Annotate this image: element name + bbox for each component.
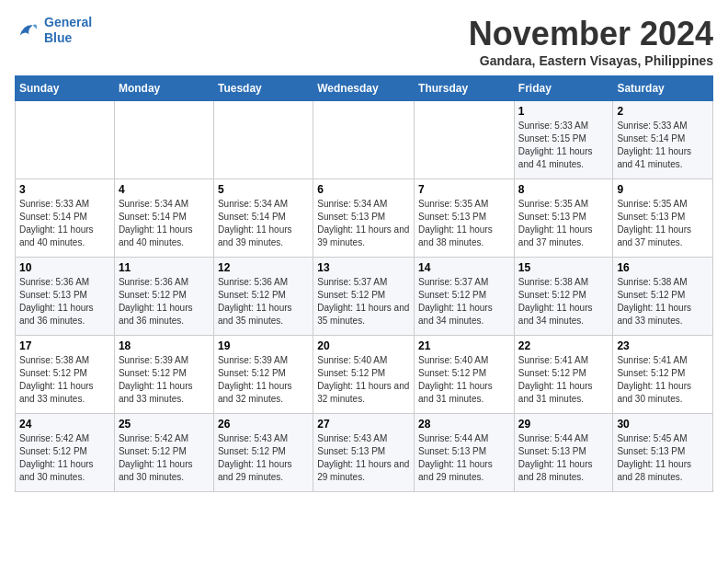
calendar-cell [415, 101, 515, 179]
day-number: 10 [19, 261, 110, 274]
day-detail: Sunrise: 5:33 AM Sunset: 5:15 PM Dayligh… [518, 120, 609, 171]
weekday-header: Monday [114, 76, 213, 101]
calendar-cell: 21Sunrise: 5:40 AM Sunset: 5:12 PM Dayli… [415, 336, 515, 414]
day-number: 6 [317, 183, 410, 196]
day-detail: Sunrise: 5:42 AM Sunset: 5:12 PM Dayligh… [119, 432, 210, 484]
day-detail: Sunrise: 5:43 AM Sunset: 5:12 PM Dayligh… [218, 432, 309, 484]
calendar-cell: 15Sunrise: 5:38 AM Sunset: 5:12 PM Dayli… [514, 258, 613, 336]
day-detail: Sunrise: 5:38 AM Sunset: 5:12 PM Dayligh… [19, 354, 110, 406]
day-number: 23 [617, 339, 709, 352]
day-detail: Sunrise: 5:36 AM Sunset: 5:12 PM Dayligh… [119, 276, 210, 327]
day-number: 17 [19, 339, 110, 352]
calendar-cell: 19Sunrise: 5:39 AM Sunset: 5:12 PM Dayli… [213, 336, 313, 414]
calendar-cell: 9Sunrise: 5:35 AM Sunset: 5:13 PM Daylig… [613, 179, 713, 258]
calendar-cell: 28Sunrise: 5:44 AM Sunset: 5:13 PM Dayli… [415, 414, 515, 492]
calendar-cell [16, 101, 115, 179]
calendar-cell: 7Sunrise: 5:35 AM Sunset: 5:13 PM Daylig… [415, 179, 515, 258]
calendar-cell: 1Sunrise: 5:33 AM Sunset: 5:15 PM Daylig… [514, 101, 613, 179]
calendar-cell [114, 101, 213, 179]
day-detail: Sunrise: 5:43 AM Sunset: 5:13 PM Dayligh… [317, 432, 410, 484]
logo: General Blue [15, 15, 92, 46]
calendar-cell: 18Sunrise: 5:39 AM Sunset: 5:12 PM Dayli… [114, 336, 213, 414]
day-detail: Sunrise: 5:38 AM Sunset: 5:12 PM Dayligh… [617, 276, 709, 327]
calendar-cell: 27Sunrise: 5:43 AM Sunset: 5:13 PM Dayli… [313, 414, 415, 492]
calendar-cell [213, 101, 313, 179]
calendar-cell: 10Sunrise: 5:36 AM Sunset: 5:13 PM Dayli… [16, 258, 115, 336]
day-detail: Sunrise: 5:38 AM Sunset: 5:12 PM Dayligh… [518, 276, 609, 327]
calendar-table: SundayMondayTuesdayWednesdayThursdayFrid… [15, 75, 713, 492]
day-detail: Sunrise: 5:37 AM Sunset: 5:12 PM Dayligh… [418, 276, 510, 327]
day-detail: Sunrise: 5:33 AM Sunset: 5:14 PM Dayligh… [617, 120, 709, 171]
title-block: November 2024 Gandara, Eastern Visayas, … [469, 15, 713, 68]
calendar-body: 1Sunrise: 5:33 AM Sunset: 5:15 PM Daylig… [16, 101, 713, 492]
day-number: 26 [218, 418, 309, 431]
day-detail: Sunrise: 5:39 AM Sunset: 5:12 PM Dayligh… [119, 354, 210, 406]
day-detail: Sunrise: 5:34 AM Sunset: 5:13 PM Dayligh… [317, 198, 410, 249]
day-number: 7 [418, 183, 510, 196]
day-number: 3 [19, 183, 110, 196]
day-number: 9 [617, 183, 709, 196]
day-detail: Sunrise: 5:42 AM Sunset: 5:12 PM Dayligh… [19, 432, 110, 484]
day-detail: Sunrise: 5:44 AM Sunset: 5:13 PM Dayligh… [518, 432, 609, 484]
day-detail: Sunrise: 5:41 AM Sunset: 5:12 PM Dayligh… [518, 354, 609, 406]
day-number: 24 [19, 418, 110, 431]
calendar-cell: 13Sunrise: 5:37 AM Sunset: 5:12 PM Dayli… [313, 258, 415, 336]
day-number: 28 [418, 418, 510, 431]
day-number: 13 [317, 261, 410, 274]
day-detail: Sunrise: 5:34 AM Sunset: 5:14 PM Dayligh… [119, 198, 210, 249]
day-number: 11 [119, 261, 210, 274]
logo-icon [15, 17, 40, 43]
page-header: General Blue November 2024 Gandara, East… [15, 15, 713, 68]
calendar-week-row: 1Sunrise: 5:33 AM Sunset: 5:15 PM Daylig… [16, 101, 713, 179]
calendar-week-row: 3Sunrise: 5:33 AM Sunset: 5:14 PM Daylig… [16, 179, 713, 258]
calendar-header: SundayMondayTuesdayWednesdayThursdayFrid… [16, 76, 713, 101]
day-number: 29 [518, 418, 609, 431]
calendar-cell: 4Sunrise: 5:34 AM Sunset: 5:14 PM Daylig… [114, 179, 213, 258]
day-number: 15 [518, 261, 609, 274]
weekday-header: Wednesday [313, 76, 415, 101]
day-number: 25 [119, 418, 210, 431]
calendar-cell: 12Sunrise: 5:36 AM Sunset: 5:12 PM Dayli… [213, 258, 313, 336]
day-number: 22 [518, 339, 609, 352]
day-detail: Sunrise: 5:37 AM Sunset: 5:12 PM Dayligh… [317, 276, 410, 327]
weekday-header: Friday [514, 76, 613, 101]
calendar-cell: 29Sunrise: 5:44 AM Sunset: 5:13 PM Dayli… [514, 414, 613, 492]
day-number: 12 [218, 261, 309, 274]
day-detail: Sunrise: 5:36 AM Sunset: 5:13 PM Dayligh… [19, 276, 110, 327]
day-detail: Sunrise: 5:35 AM Sunset: 5:13 PM Dayligh… [418, 198, 510, 249]
calendar-cell: 6Sunrise: 5:34 AM Sunset: 5:13 PM Daylig… [313, 179, 415, 258]
day-number: 30 [617, 418, 709, 431]
day-number: 16 [617, 261, 709, 274]
day-detail: Sunrise: 5:35 AM Sunset: 5:13 PM Dayligh… [518, 198, 609, 249]
calendar-cell: 14Sunrise: 5:37 AM Sunset: 5:12 PM Dayli… [415, 258, 515, 336]
weekday-header: Sunday [16, 76, 115, 101]
calendar-cell: 5Sunrise: 5:34 AM Sunset: 5:14 PM Daylig… [213, 179, 313, 258]
day-number: 20 [317, 339, 410, 352]
day-detail: Sunrise: 5:33 AM Sunset: 5:14 PM Dayligh… [19, 198, 110, 249]
day-detail: Sunrise: 5:36 AM Sunset: 5:12 PM Dayligh… [218, 276, 309, 327]
calendar-cell: 3Sunrise: 5:33 AM Sunset: 5:14 PM Daylig… [16, 179, 115, 258]
day-detail: Sunrise: 5:41 AM Sunset: 5:12 PM Dayligh… [617, 354, 709, 406]
calendar-cell: 26Sunrise: 5:43 AM Sunset: 5:12 PM Dayli… [213, 414, 313, 492]
calendar-week-row: 17Sunrise: 5:38 AM Sunset: 5:12 PM Dayli… [16, 336, 713, 414]
calendar-cell: 2Sunrise: 5:33 AM Sunset: 5:14 PM Daylig… [613, 101, 713, 179]
weekday-header: Tuesday [213, 76, 313, 101]
calendar-cell: 25Sunrise: 5:42 AM Sunset: 5:12 PM Dayli… [114, 414, 213, 492]
day-number: 19 [218, 339, 309, 352]
calendar-cell: 24Sunrise: 5:42 AM Sunset: 5:12 PM Dayli… [16, 414, 115, 492]
calendar-cell: 17Sunrise: 5:38 AM Sunset: 5:12 PM Dayli… [16, 336, 115, 414]
logo-text: General Blue [44, 15, 92, 46]
day-detail: Sunrise: 5:45 AM Sunset: 5:13 PM Dayligh… [617, 432, 709, 484]
day-detail: Sunrise: 5:40 AM Sunset: 5:12 PM Dayligh… [317, 354, 410, 406]
calendar-cell: 22Sunrise: 5:41 AM Sunset: 5:12 PM Dayli… [514, 336, 613, 414]
calendar-cell: 16Sunrise: 5:38 AM Sunset: 5:12 PM Dayli… [613, 258, 713, 336]
day-number: 8 [518, 183, 609, 196]
day-detail: Sunrise: 5:40 AM Sunset: 5:12 PM Dayligh… [418, 354, 510, 406]
day-number: 4 [119, 183, 210, 196]
calendar-cell: 11Sunrise: 5:36 AM Sunset: 5:12 PM Dayli… [114, 258, 213, 336]
day-detail: Sunrise: 5:35 AM Sunset: 5:13 PM Dayligh… [617, 198, 709, 249]
day-number: 14 [418, 261, 510, 274]
day-detail: Sunrise: 5:44 AM Sunset: 5:13 PM Dayligh… [418, 432, 510, 484]
calendar-cell: 8Sunrise: 5:35 AM Sunset: 5:13 PM Daylig… [514, 179, 613, 258]
day-number: 21 [418, 339, 510, 352]
